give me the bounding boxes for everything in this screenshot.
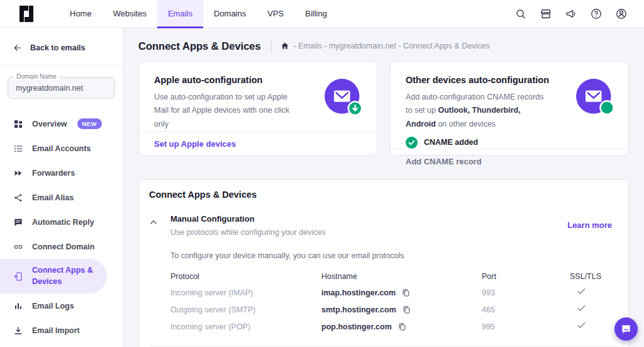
copy-icon[interactable] xyxy=(401,288,411,298)
manual-config-subtitle: Use protocols while configuring your dev… xyxy=(170,228,567,237)
sidebar-item-automatic-reply[interactable]: Automatic Reply xyxy=(0,210,123,234)
protocol-cell: Incoming server (POP) xyxy=(170,322,321,331)
cname-status: CNAME added xyxy=(406,137,613,149)
check-circle-icon xyxy=(406,137,418,149)
port-cell: 993 xyxy=(482,288,570,297)
sidebar: Back to emails Domain Name Overview NEW xyxy=(0,28,123,347)
protocol-cell: Outgoing server (SMTP) xyxy=(170,305,321,314)
connect-card-title: Connect Apps & Devices xyxy=(149,190,618,200)
hostname-value: smtp.hostinger.com xyxy=(321,305,396,314)
ssl-check-icon xyxy=(570,286,616,299)
col-ssl: SSL/TLS xyxy=(570,272,616,281)
manual-config-head: Manual Configuration Use protocols while… xyxy=(170,214,567,237)
add-cname-record-button[interactable]: Add CNAME record xyxy=(406,157,482,166)
manual-configuration-section: Manual Configuration Use protocols while… xyxy=(149,214,618,237)
sidebar-item-connect-apps-devices[interactable]: Connect Apps & Devices xyxy=(0,259,107,293)
sidebar-menu: Overview NEW Email Accounts Forwarders xyxy=(0,111,123,343)
sidebar-item-email-accounts[interactable]: Email Accounts xyxy=(0,136,123,161)
domain-name-input[interactable] xyxy=(8,77,114,98)
sidebar-item-email-alias[interactable]: Email Alias xyxy=(0,185,123,210)
arrow-left-icon xyxy=(13,43,23,53)
sidebar-item-overview[interactable]: Overview NEW xyxy=(0,111,123,136)
col-protocol: Protocol xyxy=(170,272,321,281)
primary-nav: Home Websites Emails Domains VPS Billing xyxy=(59,0,338,28)
sidebar-item-forwarders[interactable]: Forwarders xyxy=(0,161,123,185)
sidebar-item-label: Email Logs xyxy=(32,302,74,310)
auto-config-cards: Apple auto-configuration Use auto-config… xyxy=(138,61,629,156)
collapse-toggle[interactable] xyxy=(149,214,165,237)
domain-name-field[interactable]: Domain Name xyxy=(8,77,115,99)
nav-websites[interactable]: Websites xyxy=(103,0,157,28)
apple-card-footer: Set up Apple devices xyxy=(139,131,377,157)
nav-vps[interactable]: VPS xyxy=(257,0,294,28)
nav-emails[interactable]: Emails xyxy=(157,0,203,28)
sidebar-item-label: Connect Apps & Devices xyxy=(32,265,99,287)
sidebar-item-label: Overview xyxy=(32,120,67,128)
nav-domains[interactable]: Domains xyxy=(203,0,257,28)
chevron-up-icon xyxy=(149,218,158,227)
page-header: Connect Apps & Devices - Emails - mygrea… xyxy=(138,28,629,53)
hostinger-logo-icon[interactable] xyxy=(19,6,34,22)
sidebar-item-label: Email Import xyxy=(32,326,80,335)
download-icon xyxy=(13,325,23,336)
bar-chart-icon xyxy=(13,300,23,311)
other-card-text-suffix: on other devices xyxy=(436,120,496,128)
protocol-cell: Incoming server (IMAP) xyxy=(170,288,321,297)
hostname-value: imap.hostinger.com xyxy=(321,288,396,297)
domain-name-label: Domain Name xyxy=(14,73,59,80)
breadcrumb-text: - Emails - mygreatdomain.net - Connect A… xyxy=(294,42,490,50)
new-badge: NEW xyxy=(77,118,102,129)
home-icon xyxy=(280,42,289,50)
copy-icon[interactable] xyxy=(397,322,407,332)
forward-icon xyxy=(13,168,23,178)
nav-billing[interactable]: Billing xyxy=(294,0,338,28)
sidebar-item-label: Connect Domain xyxy=(32,242,94,251)
live-chat-button[interactable] xyxy=(614,317,638,341)
list-icon xyxy=(13,143,23,154)
device-gear-icon xyxy=(13,271,23,282)
other-card-footer: Add CNAME record xyxy=(391,149,628,174)
port-cell: 465 xyxy=(482,305,570,314)
sidebar-item-label: Forwarders xyxy=(32,169,75,178)
search-icon[interactable] xyxy=(514,7,527,20)
manual-config-title: Manual Configuration xyxy=(170,214,567,224)
protocols-intro: To configure your device manually, you c… xyxy=(170,251,616,260)
page-title: Connect Apps & Devices xyxy=(138,40,261,52)
back-to-emails-link[interactable]: Back to emails xyxy=(0,28,123,66)
ssl-check-icon xyxy=(570,320,616,333)
hpanel-app: Home Websites Emails Domains VPS Billing xyxy=(0,0,644,347)
sidebar-item-email-logs[interactable]: Email Logs xyxy=(0,293,123,318)
top-navigation: Home Websites Emails Domains VPS Billing xyxy=(0,0,644,28)
hostname-value: pop.hostinger.com xyxy=(321,322,392,331)
table-header-row: Protocol Hostname Port SSL/TLS xyxy=(170,268,616,284)
manual-config-body: To configure your device manually, you c… xyxy=(170,251,616,335)
learn-more-link[interactable]: Learn more xyxy=(567,220,612,237)
nav-home[interactable]: Home xyxy=(59,0,103,28)
sidebar-item-label: Email Alias xyxy=(32,193,74,202)
protocols-table: Protocol Hostname Port SSL/TLS Incoming … xyxy=(170,268,616,335)
col-port: Port xyxy=(482,272,570,281)
chat-bubble-icon xyxy=(619,322,633,336)
storefront-icon[interactable] xyxy=(539,7,552,20)
announcements-icon[interactable] xyxy=(564,7,577,20)
setup-apple-devices-link[interactable]: Set up Apple devices xyxy=(154,139,236,149)
divider xyxy=(149,346,618,346)
copy-icon[interactable] xyxy=(402,305,411,315)
help-icon[interactable] xyxy=(589,7,602,20)
ssl-check-icon xyxy=(570,303,616,316)
cname-status-label: CNAME added xyxy=(424,138,478,147)
col-hostname: Hostname xyxy=(321,272,482,281)
back-label: Back to emails xyxy=(30,43,86,52)
mail-configured-icon xyxy=(575,78,616,118)
share-icon xyxy=(13,192,23,203)
sidebar-item-connect-domain[interactable]: Connect Domain xyxy=(0,234,123,259)
table-row-smtp: Outgoing server (SMTP) smtp.hostinger.co… xyxy=(170,301,616,318)
main-content: Connect Apps & Devices - Emails - mygrea… xyxy=(123,28,644,347)
sidebar-item-email-import[interactable]: Email Import xyxy=(0,318,123,343)
account-icon[interactable] xyxy=(614,7,628,20)
divider xyxy=(271,39,272,53)
connect-apps-devices-card: Connect Apps & Devices Manual Configurat… xyxy=(138,179,629,347)
breadcrumb: - Emails - mygreatdomain.net - Connect A… xyxy=(280,42,490,50)
table-row-pop: Incoming server (POP) pop.hostinger.com … xyxy=(170,318,616,335)
mail-download-icon xyxy=(324,78,364,118)
